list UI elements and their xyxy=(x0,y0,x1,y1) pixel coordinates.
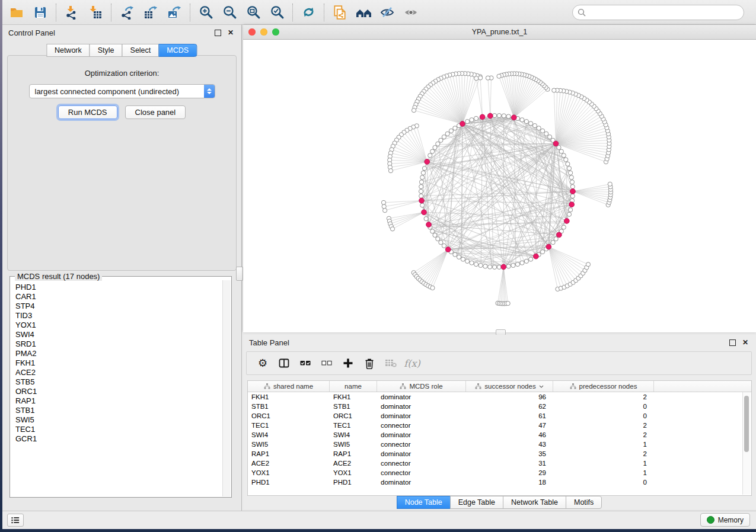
mcds-result-item[interactable]: SWI5 xyxy=(15,415,223,425)
cell-successor-nodes: 35 xyxy=(466,450,553,457)
table-scrollbar-thumb[interactable] xyxy=(744,396,749,452)
table-row[interactable]: PHD1 PHD1 dominator 18 0 xyxy=(248,477,751,487)
close-panel-button[interactable]: ✕ xyxy=(226,28,235,37)
table-row[interactable]: SWI5 SWI5 connector 43 1 xyxy=(248,440,751,449)
mcds-result-item[interactable]: FKH1 xyxy=(15,358,223,368)
column-settings-button[interactable]: ⚙ xyxy=(255,355,270,371)
mcds-result-item[interactable]: TID3 xyxy=(15,311,223,321)
create-column-button[interactable] xyxy=(340,355,356,371)
float-table-panel-button[interactable] xyxy=(728,338,737,347)
table-tab[interactable]: Edge Table xyxy=(450,496,503,509)
cell-mcds-role: connector xyxy=(377,441,466,448)
show-all-button[interactable] xyxy=(399,2,423,23)
table-row[interactable]: STB1 STB1 dominator 62 0 xyxy=(248,402,751,411)
function-builder-button[interactable]: f(x) xyxy=(404,355,420,371)
network-window-titlebar: YPA_prune.txt_1 xyxy=(243,25,756,40)
status-bar: Memory xyxy=(2,511,756,529)
column-label: name xyxy=(344,383,362,390)
hierarchy-icon xyxy=(400,383,406,389)
export-image-button[interactable] xyxy=(162,2,186,23)
mcds-result-item[interactable]: PMA2 xyxy=(15,349,223,358)
cell-name: ACE2 xyxy=(330,460,377,467)
mcds-result-item[interactable]: SRD1 xyxy=(15,339,223,349)
main-toolbar xyxy=(2,0,756,25)
table-column-header[interactable]: predecessor nodes xyxy=(553,381,654,392)
import-table-button[interactable] xyxy=(84,2,107,23)
control-panel-tab[interactable]: Network xyxy=(46,44,90,57)
close-panel-button-mcds[interactable]: Close panel xyxy=(125,105,186,119)
cell-successor-nodes: 43 xyxy=(466,441,553,448)
table-row[interactable]: FKH1 FKH1 dominator 96 2 xyxy=(248,392,751,402)
table-tab[interactable]: Network Table xyxy=(503,496,566,509)
application-window: Control Panel ✕ NetworkStyleSelectMCDS O… xyxy=(0,0,756,532)
save-session-button[interactable] xyxy=(28,2,52,23)
cell-mcds-role: connector xyxy=(377,469,466,476)
mcds-result-item[interactable]: CAR1 xyxy=(15,292,223,302)
deselect-all-columns-button[interactable] xyxy=(319,355,334,371)
table-tab[interactable]: Motifs xyxy=(566,496,602,509)
table-scrollbar[interactable] xyxy=(742,392,751,495)
refresh-icon xyxy=(301,5,316,20)
mcds-result-item[interactable]: YOX1 xyxy=(15,321,223,330)
search-input[interactable] xyxy=(589,8,739,18)
table-column-header[interactable]: shared name xyxy=(248,381,330,392)
mcds-result-item[interactable]: RAP1 xyxy=(15,396,223,406)
delete-columns-button[interactable] xyxy=(362,355,377,371)
toolbar-separator xyxy=(190,4,190,21)
cell-predecessor-nodes: 0 xyxy=(553,479,654,486)
criterion-select[interactable]: largest connected component (undirected) xyxy=(29,84,215,98)
mcds-result-item[interactable]: SWI4 xyxy=(15,330,223,339)
run-mcds-button[interactable]: Run MCDS xyxy=(58,105,117,119)
mcds-result-item[interactable]: STP4 xyxy=(15,302,223,311)
mcds-result-item[interactable]: TEC1 xyxy=(15,425,223,434)
network-canvas[interactable] xyxy=(243,40,756,332)
delete-table-button[interactable] xyxy=(383,355,398,371)
toolbar-separator xyxy=(111,4,111,21)
table-row[interactable]: TEC1 TEC1 connector 47 2 xyxy=(248,421,751,430)
export-network-button[interactable] xyxy=(115,2,139,23)
result-scrollbar[interactable] xyxy=(222,280,231,496)
table-row[interactable]: SWI4 SWI4 dominator 46 2 xyxy=(248,430,751,440)
cell-mcds-role: dominator xyxy=(377,450,466,457)
select-all-columns-button[interactable] xyxy=(298,355,313,371)
close-table-panel-button[interactable]: ✕ xyxy=(741,338,750,347)
table-row[interactable]: RAP1 RAP1 dominator 35 2 xyxy=(248,449,751,459)
network-graph[interactable] xyxy=(243,40,756,332)
mcds-result-item[interactable]: PHD1 xyxy=(15,283,223,292)
float-panel-button[interactable] xyxy=(213,28,222,37)
export-table-button[interactable] xyxy=(139,2,162,23)
first-neighbors-button[interactable] xyxy=(352,2,375,23)
duplicate-network-button[interactable] xyxy=(328,2,352,23)
zoom-in-button[interactable] xyxy=(194,2,218,23)
control-panel-tab[interactable]: Select xyxy=(122,44,160,57)
cell-shared-name: STB1 xyxy=(248,403,330,410)
mcds-result-item[interactable]: STB5 xyxy=(15,377,223,387)
cell-mcds-role: dominator xyxy=(377,412,466,419)
table-column-header[interactable]: MCDS role xyxy=(377,381,466,392)
refresh-view-button[interactable] xyxy=(296,2,320,23)
memory-button[interactable]: Memory xyxy=(700,513,750,527)
table-row[interactable]: YOX1 YOX1 connector 29 1 xyxy=(248,468,751,477)
open-file-button[interactable] xyxy=(5,2,28,23)
vertical-split-grip[interactable] xyxy=(236,267,243,281)
mcds-result-item[interactable]: ACE2 xyxy=(15,368,223,377)
mcds-result-title: MCDS result (17 nodes) xyxy=(15,272,102,281)
zoom-out-button[interactable] xyxy=(218,2,241,23)
zoom-selected-button[interactable] xyxy=(265,2,289,23)
hide-selected-button[interactable] xyxy=(375,2,399,23)
panel-menu-button[interactable] xyxy=(7,514,24,527)
cell-predecessor-nodes: 1 xyxy=(553,469,654,476)
table-row[interactable]: ORC1 ORC1 dominator 61 0 xyxy=(248,411,751,421)
table-tab[interactable]: Node Table xyxy=(397,496,451,509)
zoom-fit-button[interactable] xyxy=(241,2,265,23)
mcds-result-item[interactable]: GCR1 xyxy=(15,434,223,444)
control-panel-tab[interactable]: MCDS xyxy=(158,44,197,57)
toggle-column-view-button[interactable] xyxy=(276,355,292,371)
table-column-header[interactable]: name xyxy=(330,381,377,392)
table-column-header[interactable]: successor nodes xyxy=(466,381,553,392)
mcds-result-item[interactable]: STB1 xyxy=(15,406,223,415)
import-network-button[interactable] xyxy=(60,2,84,23)
table-row[interactable]: ACE2 ACE2 connector 31 1 xyxy=(248,459,751,468)
control-panel-tab[interactable]: Style xyxy=(90,44,123,57)
mcds-result-item[interactable]: ORC1 xyxy=(15,387,223,396)
